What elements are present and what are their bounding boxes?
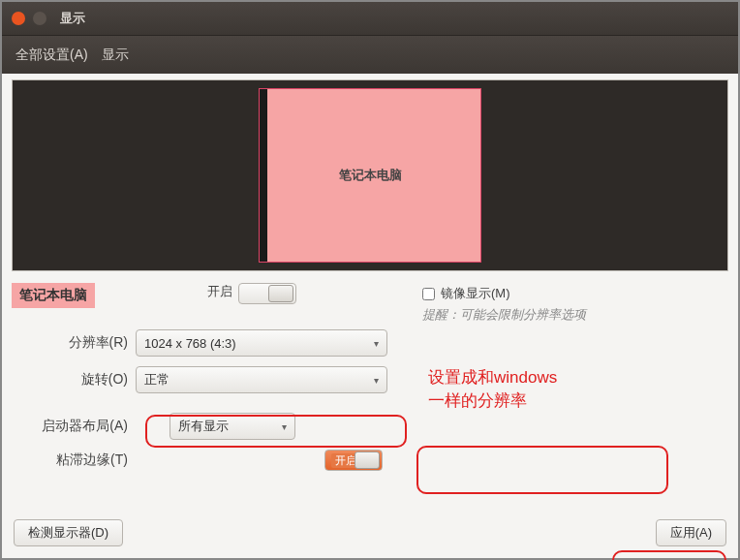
current-section: 显示	[102, 47, 129, 64]
sticky-switch[interactable]: 开启	[324, 450, 383, 471]
minimize-icon[interactable]	[33, 12, 46, 25]
body-row: 笔记本电脑 开启 分辨率(R) 1024 x 768 (4:3) ▾	[12, 283, 728, 481]
launcher-value: 所有显示	[178, 418, 229, 435]
mirror-checkbox[interactable]	[422, 288, 435, 300]
enable-switch[interactable]	[238, 283, 296, 304]
titlebar[interactable]: 显示	[2, 2, 738, 35]
rotation-row: 旋转(O) 正常 ▾	[12, 366, 409, 393]
enable-switch-label: 开启	[207, 283, 232, 304]
display-settings-window: 显示 全部设置(A) 显示 笔记本电脑 笔记本电脑 开启	[0, 0, 740, 560]
rotation-value: 正常	[144, 371, 170, 389]
monitor-rect[interactable]: 笔记本电脑	[259, 88, 481, 263]
launcher-label: 启动器布局(A)	[12, 418, 136, 435]
mirror-label: 镜像显示(M)	[441, 285, 510, 302]
highlight-apply	[612, 550, 726, 560]
chevron-down-icon: ▾	[374, 375, 379, 386]
launcher-edge	[260, 89, 267, 262]
mirror-row: 镜像显示(M)	[422, 285, 728, 302]
all-settings-link[interactable]: 全部设置(A)	[15, 47, 88, 64]
breadcrumb: 全部设置(A) 显示	[2, 35, 738, 74]
annotation-text: 设置成和windows 一样的分辨率	[422, 362, 728, 413]
resolution-value: 1024 x 768 (4:3)	[144, 336, 236, 351]
chevron-down-icon: ▾	[282, 421, 287, 432]
resolution-label: 分辨率(R)	[12, 334, 136, 352]
sticky-row: 粘滞边缘(T) 开启	[12, 450, 409, 471]
bottom-button-row: 检测显示器(D) 应用(A)	[14, 519, 726, 546]
window-title: 显示	[60, 10, 85, 27]
resolution-row: 分辨率(R) 1024 x 768 (4:3) ▾	[12, 329, 409, 357]
display-name-badge: 笔记本电脑	[12, 283, 95, 308]
monitor-label: 笔记本电脑	[339, 167, 402, 184]
close-icon[interactable]	[12, 12, 25, 25]
chevron-down-icon: ▾	[374, 338, 379, 349]
launcher-combo[interactable]: 所有显示 ▾	[170, 413, 295, 440]
sticky-label: 粘滞边缘(T)	[12, 451, 136, 469]
content-area: 笔记本电脑 笔记本电脑 开启 分辨率(R)	[2, 74, 738, 558]
switch-knob	[355, 451, 380, 469]
rotation-combo[interactable]: 正常 ▾	[136, 366, 387, 393]
detect-displays-button[interactable]: 检测显示器(D)	[14, 519, 123, 546]
right-column: 镜像显示(M) 提醒：可能会限制分辨率选项 设置成和windows 一样的分辨率	[409, 283, 728, 481]
resolution-combo[interactable]: 1024 x 768 (4:3) ▾	[136, 329, 387, 357]
annotation-line2: 一样的分辨率	[428, 389, 728, 413]
left-column: 笔记本电脑 开启 分辨率(R) 1024 x 768 (4:3) ▾	[12, 283, 409, 481]
annotation-line1: 设置成和windows	[428, 366, 728, 389]
mirror-hint: 提醒：可能会限制分辨率选项	[422, 306, 728, 324]
launcher-row: 启动器布局(A) 所有显示 ▾	[12, 413, 409, 440]
switch-knob	[268, 285, 293, 302]
apply-button[interactable]: 应用(A)	[656, 519, 726, 546]
rotation-label: 旋转(O)	[12, 371, 136, 389]
monitor-preview-area: 笔记本电脑	[12, 79, 728, 271]
